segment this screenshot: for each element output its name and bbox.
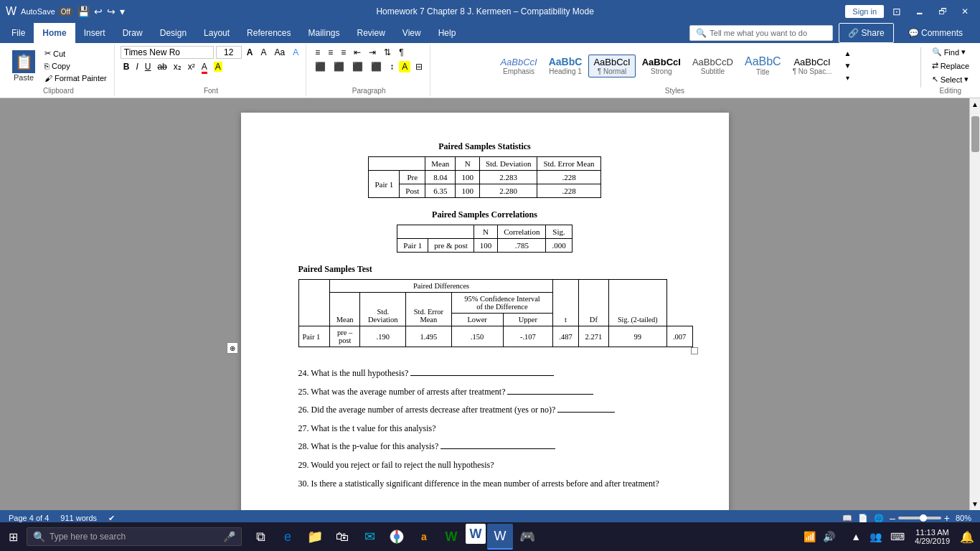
line-spacing-button[interactable]: ↕	[387, 60, 397, 73]
zoom-thumb[interactable]	[920, 514, 927, 522]
style-title[interactable]: AaBbC Title	[740, 53, 786, 78]
increase-indent-button[interactable]: ⇥	[366, 46, 379, 59]
close-button[interactable]: ✕	[956, 5, 974, 18]
tab-insert[interactable]: Insert	[75, 23, 114, 43]
show-paragraph-button[interactable]: ¶	[396, 46, 406, 59]
font-size-input[interactable]: 12	[216, 46, 242, 59]
store-icon[interactable]: 🛍	[329, 524, 355, 550]
style-strong[interactable]: AaBbCcI Strong	[637, 55, 686, 77]
align-center-button[interactable]: ⬛	[331, 60, 347, 73]
align-left-button[interactable]: ⬛	[312, 60, 329, 73]
superscript-button[interactable]: x²	[185, 60, 198, 73]
style-nospace[interactable]: AaBbCcI ¶ No Spac...	[788, 55, 837, 77]
file-explorer-icon[interactable]: 📁	[302, 524, 328, 550]
bullets-button[interactable]: ≡	[312, 46, 323, 59]
tab-view[interactable]: View	[394, 23, 430, 43]
borders-button[interactable]: ⊟	[413, 60, 425, 73]
bold-button[interactable]: B	[121, 60, 133, 73]
styles-expand[interactable]: ▾	[842, 72, 854, 83]
start-button[interactable]: ⊞	[3, 527, 24, 547]
autosave-toggle[interactable]: AutoSave Off	[21, 7, 73, 17]
voice-search-button[interactable]: 🎤	[223, 531, 235, 542]
replace-button[interactable]: ⇄ Replace	[928, 60, 973, 72]
strikethrough-button[interactable]: ab	[154, 60, 169, 73]
taskbar-search-bar[interactable]: 🔍 🎤	[27, 527, 242, 546]
scroll-up-arrow[interactable]: ▲	[971, 98, 979, 110]
proofing-icon[interactable]: ✔	[108, 514, 115, 523]
style-normal[interactable]: AaBbCcI ¶ Normal	[588, 55, 635, 77]
subscript-button[interactable]: x₂	[171, 60, 184, 73]
document-scroll[interactable]: ⊕ Paired Samples Statistics Mean N Std. …	[0, 98, 969, 510]
read-mode-icon[interactable]: 📖	[842, 514, 852, 523]
tab-review[interactable]: Review	[349, 23, 394, 43]
vertical-scrollbar[interactable]: ▲ ▼	[969, 98, 980, 510]
ribbon-display-icon[interactable]: ⊡	[887, 4, 907, 19]
undo-icon[interactable]: ↩	[94, 6, 103, 17]
scrollbar-thumb[interactable]	[971, 116, 979, 152]
edge-icon[interactable]: e	[275, 524, 301, 550]
underline-button[interactable]: U	[142, 60, 154, 73]
styles-scroll-down[interactable]: ▼	[842, 60, 854, 71]
up-arrow-icon[interactable]: ▲	[848, 529, 864, 544]
table-resize-handle[interactable]	[691, 347, 698, 354]
tab-file[interactable]: File	[3, 23, 34, 43]
volume-icon[interactable]: 🔊	[820, 529, 838, 544]
tab-layout[interactable]: Layout	[195, 23, 238, 43]
numbering-button[interactable]: ≡	[325, 46, 336, 59]
notification-icon[interactable]: 🔔	[957, 529, 977, 545]
font-color-button[interactable]: A	[199, 60, 210, 73]
word-active-icon[interactable]: W	[487, 524, 513, 550]
cut-button[interactable]: ✂ Cut	[42, 47, 110, 60]
minimize-button[interactable]: 🗕	[910, 5, 930, 18]
multilevel-button[interactable]: ≡	[338, 46, 349, 59]
styles-scroll-up[interactable]: ▲	[842, 48, 854, 59]
save-icon[interactable]: 💾	[77, 6, 90, 17]
tab-home[interactable]: Home	[34, 23, 75, 43]
taskbar-search-input[interactable]	[50, 532, 219, 542]
keyboard-icon[interactable]: ⌨	[887, 529, 908, 544]
shrink-font-button[interactable]: A	[258, 46, 269, 59]
paste-button[interactable]: 📋 Paste	[7, 48, 40, 84]
grow-font-button[interactable]: A	[244, 46, 256, 59]
dictionary-icon[interactable]: W	[438, 524, 464, 550]
justify-button[interactable]: ⬛	[368, 60, 385, 73]
sort-button[interactable]: ⇅	[381, 46, 394, 59]
customize-qat[interactable]: ▾	[120, 6, 125, 17]
print-layout-icon[interactable]: 📄	[858, 514, 868, 523]
amazon-icon[interactable]: a	[411, 524, 437, 550]
find-button[interactable]: 🔍 Find ▾	[928, 46, 969, 58]
italic-button[interactable]: I	[133, 60, 141, 73]
redo-icon[interactable]: ↪	[107, 6, 116, 17]
tab-help[interactable]: Help	[430, 23, 465, 43]
tab-draw[interactable]: Draw	[114, 23, 151, 43]
align-right-button[interactable]: ⬛	[349, 60, 366, 73]
tab-references[interactable]: References	[238, 23, 299, 43]
scrollbar-track[interactable]	[971, 110, 980, 498]
font-name-input[interactable]: Times New Ro	[121, 46, 214, 59]
clear-formatting-button[interactable]: A	[290, 46, 301, 59]
sign-in-button[interactable]: Sign in	[845, 5, 884, 18]
chrome-icon[interactable]	[384, 524, 410, 550]
tab-mailings[interactable]: Mailings	[299, 23, 348, 43]
network-icon[interactable]: 📶	[801, 529, 819, 544]
tab-design[interactable]: Design	[151, 23, 195, 43]
share-button[interactable]: 🔗 Share	[839, 23, 893, 43]
mail-icon[interactable]: ✉	[357, 524, 382, 550]
web-layout-icon[interactable]: 🌐	[874, 514, 884, 523]
change-case-button[interactable]: Aa	[271, 46, 288, 59]
copy-button[interactable]: ⎘ Copy	[42, 60, 110, 72]
table-move-handle[interactable]: ⊕	[227, 342, 238, 354]
highlight-button[interactable]: A	[211, 60, 225, 73]
clock-display[interactable]: 11:13 AM 4/29/2019	[910, 527, 954, 547]
format-painter-button[interactable]: 🖌 Format Painter	[42, 72, 110, 84]
zoom-level[interactable]: 80%	[956, 514, 971, 522]
style-heading1[interactable]: AaBbC Heading 1	[544, 54, 588, 77]
word-icon[interactable]: W	[466, 524, 486, 544]
style-emphasis[interactable]: AaBbCcI Emphasis	[495, 55, 542, 77]
decrease-indent-button[interactable]: ⇤	[351, 46, 364, 59]
scroll-down-arrow[interactable]: ▼	[971, 498, 979, 510]
restore-button[interactable]: 🗗	[933, 5, 953, 18]
ribbon-search-bar[interactable]: 🔍 Tell me what you want to do	[689, 25, 833, 41]
select-button[interactable]: ↖ Select ▾	[928, 73, 973, 85]
comments-button[interactable]: 💬 Comments	[900, 24, 971, 42]
